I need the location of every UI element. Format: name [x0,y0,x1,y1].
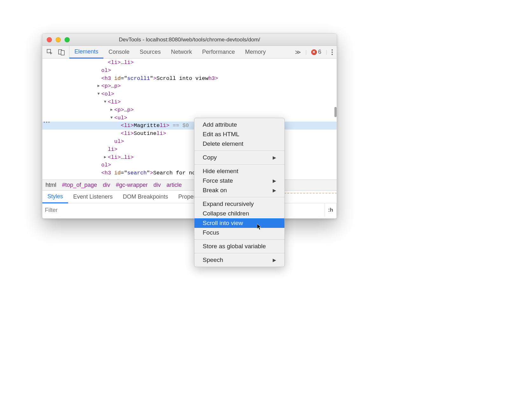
breadcrumb-item[interactable]: html [46,182,56,188]
menu-item-label: Force state [203,177,233,184]
close-icon[interactable] [47,37,52,42]
dom-tree-line[interactable]: <li>…li> [42,59,337,67]
chevron-right-icon: ▶ [273,188,276,193]
dom-tree-line[interactable]: <h3 id="scroll1">Scroll into viewh3> [42,74,337,82]
breadcrumb-item[interactable]: article [166,182,182,188]
dom-tree-content: <li>…li> ol> <h3 id="scroll1">Scroll int… [42,59,337,179]
menu-item-label: Hide element [203,168,238,175]
panel-tab-network[interactable]: Network [166,46,197,58]
context-menu-item-break-on[interactable]: Break on▶ [194,186,284,195]
chevron-right-icon: ▶ [273,178,276,183]
window-titlebar: DevTools - localhost:8080/web/tools/chro… [42,34,337,46]
dom-tree-line[interactable]: ▶<p>…p> [42,106,337,114]
window-title: DevTools - localhost:8080/web/tools/chro… [42,37,337,43]
menu-item-label: Speech [203,257,223,264]
dom-tree-line[interactable]: <li>Soutineli> [42,130,337,137]
context-menu-item-collapse-children[interactable]: Collapse children [194,209,284,218]
dom-tree-line[interactable]: ▼<li> [42,98,337,106]
dom-tree-line[interactable]: ▼<ol> [42,90,337,98]
breadcrumb-item[interactable]: #gc-wrapper [116,182,148,188]
menu-item-label: Focus [203,229,219,236]
context-menu-item-store-as-global-variable[interactable]: Store as global variable [194,242,284,251]
dom-tree-line[interactable]: <h3 id="search">Search for nodesh3> [42,169,337,177]
dom-tree-line[interactable]: ▶<p>…p> [42,177,337,179]
dom-tree-line[interactable]: <li>Magritteli> == $0 [42,122,337,130]
context-menu-item-focus[interactable]: Focus [194,228,284,237]
error-icon: ✕ [311,49,317,55]
panel-tab-console[interactable]: Console [103,46,135,58]
hov-toggle[interactable]: :h [325,203,337,217]
context-menu-item-hide-element[interactable]: Hide element [194,166,284,176]
menu-item-label: Collapse children [203,210,249,217]
menu-item-label: Expand recursively [203,200,254,208]
styles-tab-styles[interactable]: Styles [42,191,68,203]
vertical-scrollbar[interactable] [334,107,337,117]
context-menu-item-copy[interactable]: Copy▶ [194,153,284,162]
dom-tree-line[interactable]: ul> [42,137,337,145]
dom-tree-line[interactable]: ol> [42,161,337,169]
menu-item-label: Delete element [203,140,243,147]
styles-panel-tabs: StylesEvent ListenersDOM BreakpointsProp… [42,190,337,203]
gutter-ellipsis: ••• [43,119,49,126]
settings-menu-icon[interactable] [332,49,333,55]
context-menu-item-expand-recursively[interactable]: Expand recursively [194,199,284,209]
minimize-icon[interactable] [56,37,61,42]
tabs-overflow-icon[interactable]: ≫ [295,49,301,56]
breadcrumb-item[interactable]: div [103,182,110,188]
error-badge[interactable]: ✕ 6 [311,49,321,55]
dom-tree-line[interactable]: ▼<ul> [42,114,337,122]
dom-tree-line[interactable]: li> [42,145,337,153]
breadcrumb-item[interactable]: #top_of_page [62,182,97,188]
breadcrumb-item[interactable]: div [153,182,161,188]
error-count: 6 [318,49,321,55]
devtools-window: DevTools - localhost:8080/web/tools/chro… [42,33,337,219]
context-menu-item-delete-element[interactable]: Delete element [194,139,284,149]
menu-item-label: Store as global variable [203,243,266,250]
maximize-icon[interactable] [65,37,70,42]
menu-separator [194,253,284,253]
dom-breadcrumbs: html#top_of_pagediv#gc-wrapperdivarticle [42,179,337,190]
dom-tree-line[interactable]: ol> [42,67,337,74]
svg-rect-2 [61,51,64,55]
menu-item-label: Scroll into view [203,220,243,227]
menu-item-label: Edit as HTML [203,131,239,138]
menu-item-label: Add attribute [203,121,237,128]
panel-tabs: ElementsConsoleSourcesNetworkPerformance… [69,46,271,58]
styles-tab-event-listeners[interactable]: Event Listeners [68,191,118,203]
main-toolbar: ElementsConsoleSourcesNetworkPerformance… [42,46,337,59]
element-context-menu: Add attributeEdit as HTMLDelete elementC… [194,118,285,267]
dom-tree-line[interactable]: ▶<li>…li> [42,153,337,161]
menu-item-label: Copy [203,154,217,161]
chevron-right-icon: ▶ [273,257,276,263]
toolbar-icon-group [42,46,69,58]
dom-tree-line[interactable]: ▶<p>…p> [42,82,337,90]
menu-item-label: Break on [203,187,227,194]
panel-tab-elements[interactable]: Elements [69,46,103,59]
menu-separator [194,151,284,151]
menu-separator [194,239,284,240]
styles-tab-dom-breakpoints[interactable]: DOM Breakpoints [118,191,173,203]
panel-tab-sources[interactable]: Sources [135,46,166,58]
device-toggle-icon[interactable] [58,48,65,56]
context-menu-item-scroll-into-view[interactable]: Scroll into view [194,218,284,228]
panel-tab-performance[interactable]: Performance [197,46,240,58]
menu-separator [194,164,284,165]
traffic-lights [42,37,70,42]
styles-filter-row: :h [42,203,337,217]
inspect-icon[interactable] [46,48,54,56]
context-menu-item-add-attribute[interactable]: Add attribute [194,120,284,130]
elements-dom-tree[interactable]: <li>…li> ol> <h3 id="scroll1">Scroll int… [42,59,337,179]
panel-tab-memory[interactable]: Memory [240,46,271,58]
context-menu-item-speech[interactable]: Speech▶ [194,255,284,265]
toolbar-right-group: ≫ | ✕ 6 | [295,49,337,56]
chevron-right-icon: ▶ [273,155,276,160]
menu-separator [194,197,284,197]
context-menu-item-edit-as-html[interactable]: Edit as HTML [194,130,284,139]
context-menu-item-force-state[interactable]: Force state▶ [194,176,284,186]
